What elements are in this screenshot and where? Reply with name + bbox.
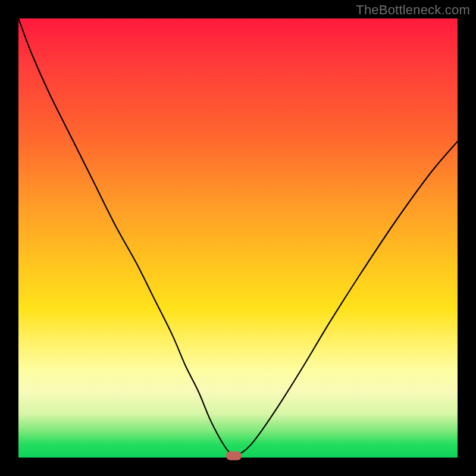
watermark-text: TheBottleneck.com: [356, 2, 470, 18]
plot-area: [18, 18, 458, 458]
bottleneck-curve: [18, 18, 458, 458]
chart-frame: TheBottleneck.com: [0, 0, 476, 476]
optimal-point-marker: [226, 452, 242, 461]
